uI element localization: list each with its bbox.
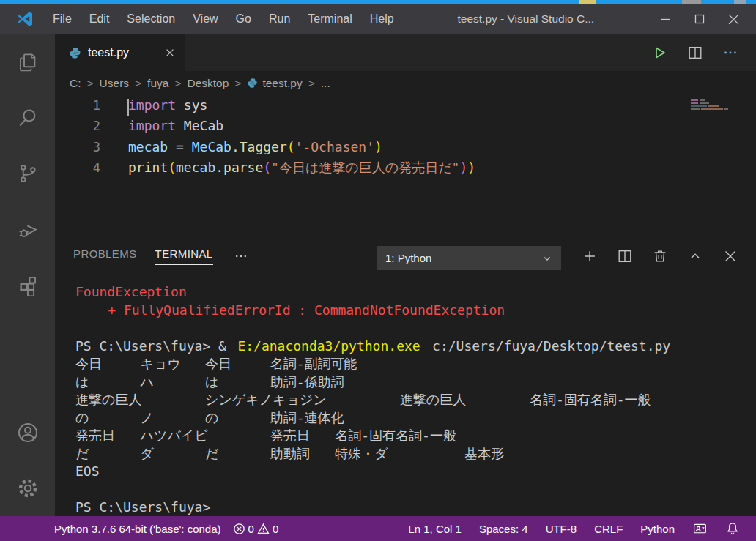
title-bar: FileEditSelectionViewGoRunTerminalHelp t… bbox=[0, 4, 756, 34]
code-text: import MeCab bbox=[128, 116, 223, 136]
line-number: 4 bbox=[55, 157, 100, 178]
terminal-line bbox=[75, 481, 756, 499]
close-panel-icon[interactable] bbox=[722, 248, 738, 264]
menu-view[interactable]: View bbox=[184, 8, 226, 30]
code-line[interactable]: 2import MeCab bbox=[55, 116, 756, 136]
status-bar-left: Python 3.7.6 64-bit ('base': conda) 0 0 bbox=[0, 523, 278, 535]
error-count: 0 bbox=[248, 523, 254, 535]
status-item-ln-1-col-1[interactable]: Ln 1, Col 1 bbox=[408, 523, 462, 535]
notifications-bell-icon[interactable] bbox=[725, 521, 740, 536]
breadcrumb-item[interactable]: fuya bbox=[147, 77, 168, 90]
panel-more-icon[interactable] bbox=[234, 249, 248, 264]
run-python-file-icon[interactable] bbox=[651, 44, 668, 61]
split-terminal-icon[interactable] bbox=[617, 248, 633, 264]
menu-go[interactable]: Go bbox=[227, 8, 260, 30]
explorer-icon[interactable] bbox=[0, 34, 55, 90]
menu-file[interactable]: File bbox=[44, 8, 81, 30]
terminal-picker[interactable]: 1: Python bbox=[377, 246, 561, 270]
terminal-text: PS C:\Users\fuya> & bbox=[75, 337, 234, 356]
more-actions-icon[interactable] bbox=[722, 45, 738, 61]
menu-run[interactable]: Run bbox=[260, 8, 299, 30]
terminal-text: シンゲキノキョジン bbox=[205, 391, 327, 409]
tab-teest-py[interactable]: teest.py bbox=[55, 34, 185, 71]
problems-indicator[interactable]: 0 0 bbox=[233, 523, 279, 535]
panel-actions bbox=[582, 236, 756, 276]
tab-problems[interactable]: PROBLEMS bbox=[73, 247, 137, 265]
breadcrumb-item[interactable]: Desktop bbox=[187, 77, 229, 90]
source-control-icon[interactable] bbox=[0, 146, 55, 201]
breadcrumb-separator: > bbox=[87, 77, 94, 90]
terminal-text: 進撃の巨人 bbox=[400, 391, 466, 409]
breadcrumb-separator: > bbox=[174, 77, 181, 90]
minimap[interactable] bbox=[691, 99, 739, 111]
menu-terminal[interactable]: Terminal bbox=[299, 8, 360, 30]
python-interpreter[interactable]: Python 3.7.6 64-bit ('base': conda) bbox=[54, 523, 221, 535]
breadcrumb-label: Desktop bbox=[187, 77, 229, 90]
feedback-icon[interactable] bbox=[692, 521, 708, 537]
breadcrumb-label: teest.py bbox=[262, 77, 302, 90]
breadcrumb-item[interactable]: teest.py bbox=[247, 77, 302, 90]
maximize-panel-icon[interactable] bbox=[687, 248, 703, 264]
breadcrumb-item[interactable]: ... bbox=[321, 77, 330, 90]
terminal-line: だダだ助動詞特殊・ダ基本形 bbox=[75, 445, 756, 463]
panel-header: PROBLEMS TERMINAL 1: Python bbox=[55, 236, 756, 276]
terminal-text: 基本形 bbox=[464, 445, 504, 463]
code-token: = bbox=[168, 139, 192, 154]
code-line[interactable]: 3mecab = MeCab.Tagger('-Ochasen') bbox=[55, 137, 756, 157]
settings-gear-icon[interactable] bbox=[0, 460, 55, 516]
code-token: . bbox=[215, 160, 223, 175]
new-terminal-icon[interactable] bbox=[582, 248, 598, 264]
terminal-line: PS C:\Users\fuya> bbox=[75, 499, 756, 517]
window-title: teest.py - Visual Studio C... bbox=[403, 12, 649, 26]
code-lines: 1import sys2import MeCab3mecab = MeCab.T… bbox=[55, 95, 756, 179]
run-debug-icon[interactable] bbox=[0, 201, 55, 257]
line-number: 1 bbox=[55, 95, 100, 116]
code-token: '-Ochasen' bbox=[295, 139, 374, 154]
menu-selection[interactable]: Selection bbox=[118, 8, 184, 30]
menu-edit[interactable]: Edit bbox=[81, 8, 119, 30]
code-token: print bbox=[128, 160, 168, 175]
terminal-line: 今日キョウ今日名詞-副詞可能 bbox=[75, 355, 756, 373]
tab-close-icon[interactable] bbox=[165, 48, 175, 58]
terminal-line: はハは助詞-係助詞 bbox=[75, 373, 756, 392]
status-item-python[interactable]: Python bbox=[640, 523, 675, 535]
bottom-panel: PROBLEMS TERMINAL 1: Python bbox=[55, 236, 756, 516]
code-editor[interactable]: 1import sys2import MeCab3mecab = MeCab.T… bbox=[55, 95, 756, 236]
close-button[interactable] bbox=[716, 6, 750, 32]
kill-terminal-icon[interactable] bbox=[652, 248, 668, 264]
code-text: mecab = MeCab.Tagger('-Ochasen') bbox=[128, 137, 382, 157]
maximize-button[interactable] bbox=[683, 6, 716, 32]
split-editor-icon[interactable] bbox=[687, 45, 703, 61]
breadcrumb-item[interactable]: C: bbox=[70, 77, 81, 90]
terminal-line: 発売日ハツバイビ発売日名詞-固有名詞-一般 bbox=[75, 427, 756, 445]
code-token: parse bbox=[223, 160, 263, 175]
code-line[interactable]: 1import sys bbox=[55, 95, 756, 116]
breadcrumb-separator: > bbox=[135, 77, 141, 90]
editor-group: teest.py C:>Users>fuya>Desktop>teest.py>… bbox=[55, 34, 756, 516]
search-icon[interactable] bbox=[0, 90, 55, 146]
terminal-text: FoundException bbox=[75, 283, 187, 302]
status-item-utf-8[interactable]: UTF-8 bbox=[546, 523, 577, 535]
terminal-text: + FullyQualifiedErrorId : CommandNotFoun… bbox=[108, 302, 505, 320]
terminal-text: の bbox=[75, 409, 89, 428]
code-token: ) bbox=[467, 160, 475, 175]
account-icon[interactable] bbox=[0, 405, 55, 460]
minimize-button[interactable] bbox=[649, 6, 683, 32]
extensions-icon[interactable] bbox=[0, 257, 55, 313]
terminal-line: のノの助詞-連体化 bbox=[75, 409, 756, 428]
code-line[interactable]: 4print(mecab.parse("今日は進撃の巨人の発売日だ")) bbox=[55, 157, 756, 178]
code-token: . bbox=[231, 139, 240, 154]
menu-help[interactable]: Help bbox=[361, 8, 403, 30]
code-token: mecab bbox=[128, 139, 168, 154]
breadcrumb-label: fuya bbox=[147, 77, 168, 90]
status-item-spaces-4[interactable]: Spaces: 4 bbox=[479, 523, 528, 535]
terminal-text: は bbox=[205, 373, 218, 392]
terminal-line: + FullyQualifiedErrorId : CommandNotFoun… bbox=[75, 302, 756, 320]
status-item-crlf[interactable]: CRLF bbox=[594, 523, 623, 535]
terminal-text: 進撃の巨人 bbox=[75, 391, 141, 409]
terminal-output[interactable]: FoundException+ FullyQualifiedErrorId : … bbox=[75, 283, 756, 516]
terminal-picker-value: 1: Python bbox=[385, 252, 541, 264]
tab-terminal[interactable]: TERMINAL bbox=[155, 247, 213, 265]
terminal-text: 今日 bbox=[75, 355, 102, 373]
breadcrumb-item[interactable]: Users bbox=[100, 77, 129, 90]
